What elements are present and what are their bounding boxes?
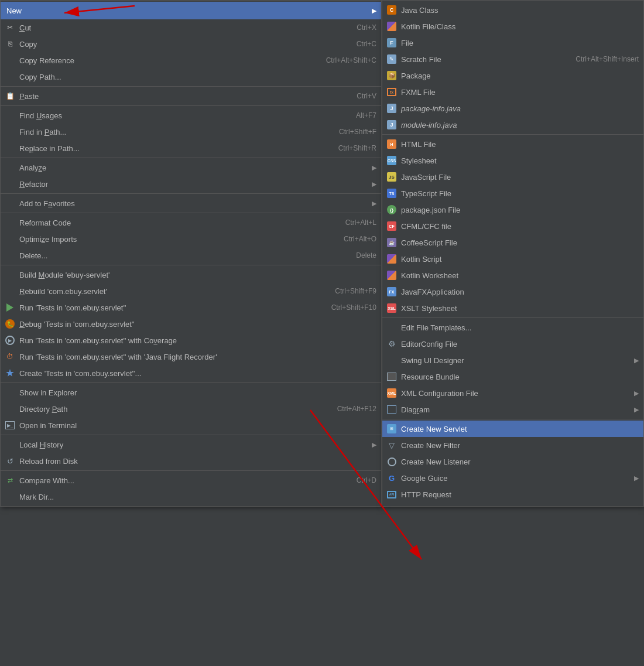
menu-item-http-request[interactable]: API HTTP Request bbox=[382, 486, 643, 503]
menu-item-refactor[interactable]: Refactor ▶ bbox=[1, 176, 381, 192]
reformat-label: Reformat Code bbox=[19, 218, 336, 227]
menu-item-xslt[interactable]: XSL XSLT Stylesheet bbox=[382, 300, 643, 316]
menu-item-xml-config[interactable]: XML XML Configuration File ▶ bbox=[382, 385, 643, 401]
menu-item-kotlin-file[interactable]: Kotlin File/Class bbox=[382, 18, 643, 35]
menu-item-diagram[interactable]: Diagram ▶ bbox=[382, 401, 643, 418]
create-listener-icon bbox=[386, 456, 398, 467]
menu-item-paste[interactable]: 📋 Paste Ctrl+V bbox=[1, 88, 381, 104]
file-label: File bbox=[401, 39, 639, 47]
xml-config-arrow: ▶ bbox=[634, 390, 639, 397]
add-favorites-label: Add to Favorites bbox=[19, 199, 367, 208]
menu-item-editorconfig[interactable]: ⚙ EditorConfig File bbox=[382, 336, 643, 352]
menu-item-copy-path[interactable]: Copy Path... bbox=[1, 69, 381, 85]
menu-item-copy-reference[interactable]: Copy Reference Ctrl+Alt+Shift+C bbox=[1, 52, 381, 69]
menu-item-create-servlet[interactable]: ⊞ Create New Servlet bbox=[382, 421, 643, 437]
menu-item-scratch-file[interactable]: ✎ Scratch File Ctrl+Alt+Shift+Insert bbox=[382, 51, 643, 67]
menu-header-new[interactable]: New ▶ bbox=[1, 2, 381, 19]
run-coverage-label: Run 'Tests in 'com.ebuy.servlet'' with C… bbox=[19, 336, 376, 345]
menu-item-reformat[interactable]: Reformat Code Ctrl+Alt+L bbox=[1, 214, 381, 231]
menu-item-show-explorer[interactable]: Show in Explorer bbox=[1, 384, 381, 401]
separator-3 bbox=[1, 158, 381, 158]
menu-item-fxml[interactable]: fx FXML File bbox=[382, 84, 643, 100]
menu-item-module-info[interactable]: J module-info.java bbox=[382, 117, 643, 133]
menu-item-optimize-imports[interactable]: Optimize Imports Ctrl+Alt+O bbox=[1, 231, 381, 247]
replace-in-path-label: Replace in Path... bbox=[19, 144, 329, 153]
menu-item-open-terminal[interactable]: ▶_ Open in Terminal bbox=[1, 417, 381, 433]
optimize-shortcut: Ctrl+Alt+O bbox=[344, 235, 376, 243]
menu-item-package-json[interactable]: {} package.json File bbox=[382, 201, 643, 218]
menu-item-kotlin-worksheet[interactable]: Kotlin Worksheet bbox=[382, 267, 643, 284]
menu-item-package-info[interactable]: J package-info.java bbox=[382, 100, 643, 117]
rebuild-icon bbox=[4, 285, 16, 297]
google-guice-label: Google Guice bbox=[401, 474, 629, 483]
menu-item-run-flight[interactable]: ⏱ Run 'Tests in 'com.ebuy.servlet'' with… bbox=[1, 349, 381, 365]
delete-icon bbox=[4, 250, 16, 261]
swing-designer-label: Swing UI Designer bbox=[401, 356, 629, 365]
directory-path-label: Directory Path bbox=[19, 405, 328, 414]
menu-item-run-tests[interactable]: Run 'Tests in 'com.ebuy.servlet'' Ctrl+S… bbox=[1, 299, 381, 316]
debug-tests-label: Debug 'Tests in 'com.ebuy.servlet'' bbox=[19, 320, 376, 329]
menu-item-copy[interactable]: ⎘ Copy Ctrl+C bbox=[1, 36, 381, 52]
menu-item-edit-templates[interactable]: Edit File Templates... bbox=[382, 319, 643, 336]
resource-bundle-icon bbox=[386, 371, 398, 382]
menu-item-build-module[interactable]: Build Module 'ebuy-servlet' bbox=[1, 267, 381, 283]
menu-item-create-filter[interactable]: ▽ Create New Filter bbox=[382, 437, 643, 453]
find-usages-shortcut: Alt+F7 bbox=[356, 111, 376, 119]
menu-item-javascript[interactable]: JS JavaScript File bbox=[382, 169, 643, 185]
menu-item-create-tests[interactable]: Create 'Tests in 'com.ebuy.servlet''... bbox=[1, 365, 381, 381]
menu-item-find-usages[interactable]: Find Usages Alt+F7 bbox=[1, 107, 381, 124]
menu-item-reload-disk[interactable]: ↺ Reload from Disk bbox=[1, 453, 381, 469]
menu-item-package[interactable]: 📦 Package bbox=[382, 67, 643, 84]
menu-item-rebuild[interactable]: Rebuild 'com.ebuy.servlet' Ctrl+Shift+F9 bbox=[1, 283, 381, 299]
find-in-path-shortcut: Ctrl+Shift+F bbox=[339, 128, 376, 136]
menu-item-replace-in-path[interactable]: Replace in Path... Ctrl+Shift+R bbox=[1, 140, 381, 156]
xml-config-label: XML Configuration File bbox=[401, 389, 629, 398]
menu-item-analyze[interactable]: Analyze ▶ bbox=[1, 159, 381, 176]
menu-item-run-coverage[interactable]: ▶ Run 'Tests in 'com.ebuy.servlet'' with… bbox=[1, 332, 381, 349]
copy-reference-shortcut: Ctrl+Alt+Shift+C bbox=[326, 56, 376, 64]
package-info-label: package-info.java bbox=[401, 104, 639, 113]
rebuild-label: Rebuild 'com.ebuy.servlet' bbox=[19, 287, 326, 296]
menu-item-java-class[interactable]: C Java Class bbox=[382, 2, 643, 18]
copy-path-label: Copy Path... bbox=[19, 73, 367, 81]
menu-item-directory-path[interactable]: Directory Path Ctrl+Alt+F12 bbox=[1, 401, 381, 417]
refactor-label: Refactor bbox=[19, 180, 367, 189]
menu-item-file[interactable]: F File bbox=[382, 35, 643, 51]
menu-item-compare-with[interactable]: ⇄ Compare With... Ctrl+D bbox=[1, 472, 381, 489]
menu-item-html[interactable]: H HTML File bbox=[382, 136, 643, 152]
paste-icon: 📋 bbox=[4, 90, 16, 102]
create-servlet-label: Create New Servlet bbox=[401, 425, 639, 433]
scissors-icon: ✂ bbox=[4, 22, 16, 33]
menu-item-mark-dir[interactable]: Mark Dir... bbox=[1, 489, 381, 505]
menu-item-google-guice[interactable]: G Google Guice ▶ bbox=[382, 470, 643, 486]
menu-item-cfml[interactable]: CF CFML/CFC file bbox=[382, 218, 643, 234]
menu-item-coffeescript[interactable]: ☕ CoffeeScript File bbox=[382, 234, 643, 251]
menu-item-create-listener[interactable]: Create New Listener bbox=[382, 453, 643, 470]
right-menu: C Java Class Kotlin File/Class F File ✎ … bbox=[382, 0, 644, 507]
menu-item-delete[interactable]: Delete... Delete bbox=[1, 247, 381, 264]
debug-icon: 🐛 bbox=[4, 318, 16, 330]
kotlin-worksheet-icon bbox=[386, 269, 398, 281]
menu-item-cut[interactable]: ✂ Cut Ctrl+X bbox=[1, 19, 381, 36]
optimize-label: Optimize Imports bbox=[19, 235, 334, 244]
cut-shortcut: Ctrl+X bbox=[357, 23, 376, 32]
fxml-icon: fx bbox=[386, 86, 398, 98]
create-filter-icon: ▽ bbox=[386, 439, 398, 451]
build-module-label: Build Module 'ebuy-servlet' bbox=[19, 271, 376, 279]
menu-item-swing-designer[interactable]: Swing UI Designer ▶ bbox=[382, 352, 643, 368]
stylesheet-icon: CSS bbox=[386, 155, 398, 166]
menu-item-typescript[interactable]: TS TypeScript File bbox=[382, 185, 643, 201]
package-json-label: package.json File bbox=[401, 206, 639, 214]
menu-item-resource-bundle[interactable]: Resource Bundle bbox=[382, 368, 643, 385]
google-guice-arrow: ▶ bbox=[634, 474, 639, 482]
menu-item-add-favorites[interactable]: Add to Favorites ▶ bbox=[1, 195, 381, 211]
menu-item-local-history[interactable]: Local History ▶ bbox=[1, 436, 381, 453]
separator-1 bbox=[1, 86, 381, 87]
menu-item-find-in-path[interactable]: Find in Path... Ctrl+Shift+F bbox=[1, 124, 381, 140]
menu-item-debug-tests[interactable]: 🐛 Debug 'Tests in 'com.ebuy.servlet'' bbox=[1, 316, 381, 332]
menu-item-stylesheet[interactable]: CSS Stylesheet bbox=[382, 152, 643, 169]
scratch-file-label: Scratch File bbox=[401, 55, 566, 64]
menu-item-javafx[interactable]: FX JavaFXApplication bbox=[382, 284, 643, 300]
separator-2 bbox=[1, 105, 381, 106]
menu-item-kotlin-script[interactable]: Kotlin Script bbox=[382, 251, 643, 267]
